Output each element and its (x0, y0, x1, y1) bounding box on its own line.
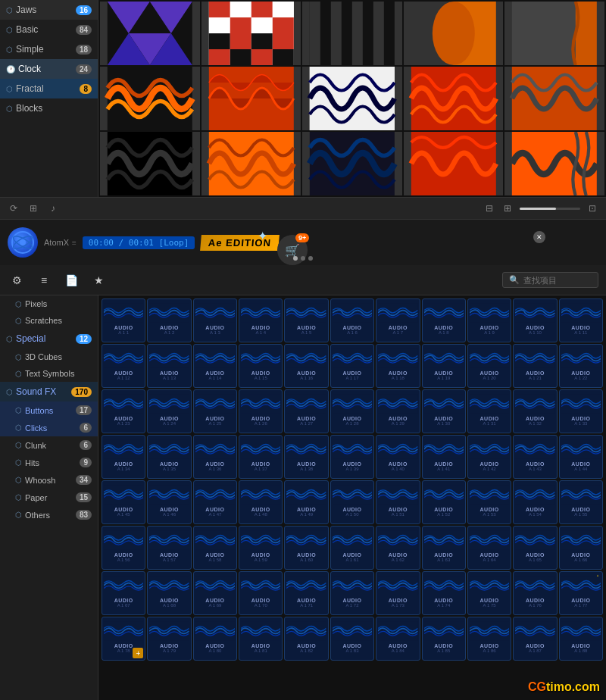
pattern-cell[interactable] (504, 132, 604, 195)
grid-icon[interactable]: ⊞ (27, 202, 39, 214)
audio-item[interactable]: AUDIOA 1 3 (193, 298, 237, 342)
audio-item[interactable]: AUDIOA 1 72 (330, 571, 374, 615)
sidebar-item-others[interactable]: ⬡ Others 83 (0, 506, 98, 523)
audio-item[interactable]: AUDIOA 1 15 (239, 344, 283, 388)
audio-item[interactable]: AUDIOA 1 81 (239, 617, 283, 661)
close-button[interactable]: ✕ (533, 231, 545, 243)
pattern-cell[interactable] (504, 2, 604, 65)
pattern-cell[interactable] (404, 2, 504, 65)
star-button[interactable]: ★ (89, 271, 108, 289)
audio-item[interactable]: AUDIOA 1 7 (376, 298, 420, 342)
pattern-cell[interactable] (302, 2, 402, 65)
audio-item[interactable]: AUDIOA 1 54 (513, 480, 557, 524)
audio-item[interactable]: AUDIOA 1 55 (559, 480, 603, 524)
pattern-cell[interactable] (504, 67, 604, 130)
audio-item[interactable]: AUDIOA 1 36 (193, 435, 237, 479)
audio-item[interactable]: AUDIOA 1 1 (102, 298, 145, 342)
audio-item[interactable]: AUDIOA 1 87 (513, 617, 557, 661)
audio-item[interactable]: AUDIOA 1 51 (376, 480, 420, 524)
audio-item[interactable]: AUDIOA 1 73 (376, 571, 420, 615)
pattern-cell[interactable] (302, 132, 402, 195)
audio-item[interactable]: AUDIOA 1 70 (239, 571, 283, 615)
file-button[interactable]: 📄 (62, 271, 80, 289)
audio-item[interactable]: AUDIOA 1 40 (376, 435, 420, 479)
audio-item[interactable]: AUDIOA 1 85 (422, 617, 466, 661)
audio-item[interactable]: AUDIOA 1 52 (422, 480, 466, 524)
audio-item[interactable]: AUDIOA 1 9 (467, 298, 511, 342)
audio-item[interactable]: AUDIOA 1 48 (239, 480, 283, 524)
sidebar-item-fractal[interactable]: ⬡ Fractal 8 (0, 79, 98, 98)
audio-item[interactable]: AUDIOA 1 59 (239, 526, 283, 570)
audio-item[interactable]: AUDIOA 1 12 (102, 344, 145, 388)
audio-item[interactable]: AUDIOA 1 21 (513, 344, 557, 388)
audio-item[interactable]: AUDIOA 1 17 (330, 344, 374, 388)
audio-item[interactable]: AUDIOA 1 79 (147, 617, 191, 661)
pattern-cell[interactable] (100, 132, 200, 195)
settings-button[interactable]: ⚙ (8, 271, 26, 289)
search-input[interactable] (523, 276, 592, 285)
grid2-icon[interactable]: ⊞ (501, 202, 514, 214)
sidebar-item-clicks[interactable]: ⬡ Clicks 6 (0, 419, 98, 436)
sidebar-item-scratches[interactable]: ⬡ Scratches (0, 312, 98, 329)
audio-item[interactable]: AUDIOA 1 37 (239, 435, 283, 479)
pattern-cell[interactable] (302, 67, 402, 130)
audio-item[interactable]: AUDIOA 1 82 (284, 617, 328, 661)
audio-item[interactable]: AUDIOA 1 60 (284, 526, 328, 570)
audio-item[interactable]: AUDIOA 1 30 (422, 389, 466, 433)
audio-item[interactable]: AUDIOA 1 71 (284, 571, 328, 615)
audio-item[interactable]: AUDIOA 1 47 (193, 480, 237, 524)
sidebar-item-soundfx[interactable]: ⬡ Sound FX 170 (0, 382, 98, 402)
sidebar-item-special[interactable]: ⬡ Special 12 (0, 329, 98, 348)
music-icon[interactable]: ♪ (47, 202, 59, 214)
audio-item[interactable]: AUDIOA 1 10 (513, 298, 557, 342)
audio-item[interactable]: AUDIOA 1 53 (467, 480, 511, 524)
pattern-cell[interactable] (201, 132, 301, 195)
rotate-icon[interactable]: ⟳ (8, 202, 20, 214)
audio-item[interactable]: AUDIOA 1 14 (193, 344, 237, 388)
pattern-cell[interactable] (201, 2, 301, 65)
sidebar-item-blocks[interactable]: ⬡ Blocks (0, 98, 98, 118)
audio-item[interactable]: AUDIOA 1 35 (147, 435, 191, 479)
list-button[interactable]: ≡ (35, 271, 53, 289)
audio-item[interactable]: AUDIOA 1 34 (102, 435, 145, 479)
add-icon[interactable]: + (133, 648, 143, 658)
audio-item[interactable]: AUDIOA 1 31 (467, 389, 511, 433)
expand-icon[interactable]: ⊡ (586, 202, 598, 214)
audio-item[interactable]: AUDIOA 1 16 (284, 344, 328, 388)
audio-item[interactable]: AUDIOA 1 66 (559, 526, 603, 570)
audio-item[interactable]: AUDIOA 1 32 (513, 389, 557, 433)
progress-track[interactable] (520, 208, 580, 210)
audio-item[interactable]: AUDIOA 1 65 (513, 526, 557, 570)
audio-item[interactable]: AUDIOA 1 67 (102, 571, 145, 615)
audio-item[interactable]: AUDIOA 1 13 (147, 344, 191, 388)
audio-item[interactable]: AUDIOA 1 8 (422, 298, 466, 342)
audio-item[interactable]: AUDIOA 1 28 (330, 389, 374, 433)
audio-item[interactable]: AUDIOA 1 20 (467, 344, 511, 388)
audio-item[interactable]: AUDIOA 1 2 (147, 298, 191, 342)
pattern-cell[interactable] (100, 2, 200, 65)
audio-item[interactable]: AUDIOA 1 45 (102, 480, 145, 524)
audio-item[interactable]: AUDIOA 1 22 (559, 344, 603, 388)
audio-item[interactable]: AUDIOA 1 63 (422, 526, 466, 570)
audio-item[interactable]: AUDIOA 1 18 (376, 344, 420, 388)
audio-item[interactable]: AUDIOA 1 57 (147, 526, 191, 570)
pattern-cell[interactable] (100, 67, 200, 130)
pattern-cell[interactable] (201, 67, 301, 130)
audio-item[interactable]: AUDIOA 1 75 (467, 571, 511, 615)
sidebar-item-paper[interactable]: ⬡ Paper 15 (0, 489, 98, 506)
sidebar-item-clunk[interactable]: ⬡ Clunk 6 (0, 436, 98, 454)
pattern-cell[interactable] (404, 67, 504, 130)
audio-item[interactable]: AUDIOA 1 80 (193, 617, 237, 661)
audio-item[interactable]: AUDIOA 1 42 (467, 435, 511, 479)
sidebar-item-hits[interactable]: ⬡ Hits 9 (0, 454, 98, 471)
audio-item[interactable]: +AUDIOA 1 78 (102, 617, 145, 661)
audio-item[interactable]: AUDIOA 1 6 (330, 298, 374, 342)
audio-item[interactable]: AUDIOA 1 58 (193, 526, 237, 570)
audio-item[interactable]: AUDIOA 1 64 (467, 526, 511, 570)
audio-item[interactable]: AUDIOA 1 46 (147, 480, 191, 524)
audio-item[interactable]: AUDIOA 1 88 (559, 617, 603, 661)
audio-item[interactable]: AUDIOA 1 61 (330, 526, 374, 570)
audio-item[interactable]: AUDIOA 1 23 (102, 389, 145, 433)
audio-item[interactable]: AUDIOA 1 84 (376, 617, 420, 661)
sidebar-item-whoosh[interactable]: ⬡ Whoosh 34 (0, 471, 98, 489)
